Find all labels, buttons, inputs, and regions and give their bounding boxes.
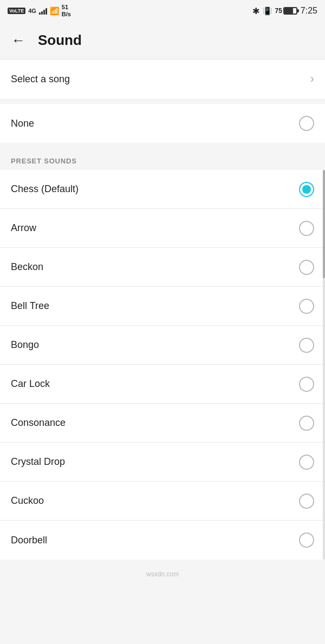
data-speed: 51 B/s [62, 4, 71, 18]
preset-item-radio[interactable] [299, 494, 314, 509]
preset-sounds-header: PRESET SOUNDS [0, 148, 325, 170]
status-time: 7:25 [301, 6, 317, 16]
top-bar: ← Sound [0, 22, 325, 60]
preset-item-label: Arrow [11, 222, 36, 234]
battery-box: 75 [275, 7, 297, 15]
preset-item[interactable]: Cuckoo [0, 482, 325, 521]
preset-sounds-section: Chess (Default)ArrowBeckonBell TreeBongo… [0, 170, 325, 560]
volte-badge: VoLTE [8, 8, 25, 14]
preset-item[interactable]: Car Lock [0, 365, 325, 404]
preset-item-label: Bell Tree [11, 300, 49, 312]
battery-percent: 75 [275, 7, 282, 15]
scrollbar-thumb[interactable] [323, 170, 325, 278]
preset-item-label: Chess (Default) [11, 183, 79, 195]
status-bar: VoLTE 4G 📶 51 B/s ✱ 📳 75 7:25 [0, 0, 325, 22]
preset-item[interactable]: Doorbell [0, 521, 325, 560]
preset-item-label: Beckon [11, 261, 43, 273]
none-section: None [0, 104, 325, 143]
preset-item[interactable]: Bell Tree [0, 287, 325, 326]
preset-item[interactable]: Arrow [0, 209, 325, 248]
wifi-icon: 📶 [50, 6, 59, 15]
preset-item-radio[interactable] [299, 455, 314, 470]
select-song-section: Select a song › [0, 60, 325, 98]
back-button[interactable]: ← [9, 31, 28, 50]
none-item[interactable]: None [0, 104, 325, 143]
select-song-label: Select a song [11, 74, 70, 85]
preset-item-label: Crystal Drop [11, 456, 65, 468]
preset-item[interactable]: Beckon [0, 248, 325, 287]
watermark: wsxdn.com [0, 565, 325, 583]
vibrate-icon: 📳 [263, 6, 272, 15]
preset-item-radio[interactable] [299, 182, 314, 197]
none-radio[interactable] [299, 116, 314, 131]
preset-items-list: Chess (Default)ArrowBeckonBell TreeBongo… [0, 170, 325, 560]
preset-item[interactable]: Bongo [0, 326, 325, 365]
preset-item-label: Car Lock [11, 378, 50, 390]
preset-sounds-label: PRESET SOUNDS [11, 157, 77, 165]
preset-item-label: Cuckoo [11, 495, 44, 507]
preset-item-label: Consonance [11, 417, 66, 429]
select-song-item[interactable]: Select a song › [0, 60, 325, 98]
signal-bars [39, 7, 47, 15]
preset-item-radio[interactable] [299, 533, 314, 548]
status-right: ✱ 📳 75 7:25 [252, 6, 318, 16]
preset-item-radio[interactable] [299, 338, 314, 353]
preset-item-label: Doorbell [11, 535, 47, 546]
preset-item-radio[interactable] [299, 299, 314, 314]
preset-item[interactable]: Crystal Drop [0, 443, 325, 482]
network-4g: 4G [28, 8, 36, 14]
bluetooth-icon: ✱ [252, 6, 259, 16]
status-left: VoLTE 4G 📶 51 B/s [8, 4, 71, 18]
preset-item-radio[interactable] [299, 221, 314, 236]
back-arrow-icon: ← [11, 32, 25, 49]
preset-item-label: Bongo [11, 339, 39, 351]
none-label: None [11, 118, 34, 129]
chevron-right-icon: › [310, 72, 314, 86]
page-title: Sound [38, 32, 82, 49]
preset-item-radio[interactable] [299, 377, 314, 392]
battery-icon [283, 7, 297, 15]
scrollbar[interactable] [323, 170, 325, 560]
preset-item[interactable]: Chess (Default) [0, 170, 325, 209]
preset-item-radio[interactable] [299, 416, 314, 431]
preset-item[interactable]: Consonance [0, 404, 325, 443]
preset-item-radio[interactable] [299, 260, 314, 275]
